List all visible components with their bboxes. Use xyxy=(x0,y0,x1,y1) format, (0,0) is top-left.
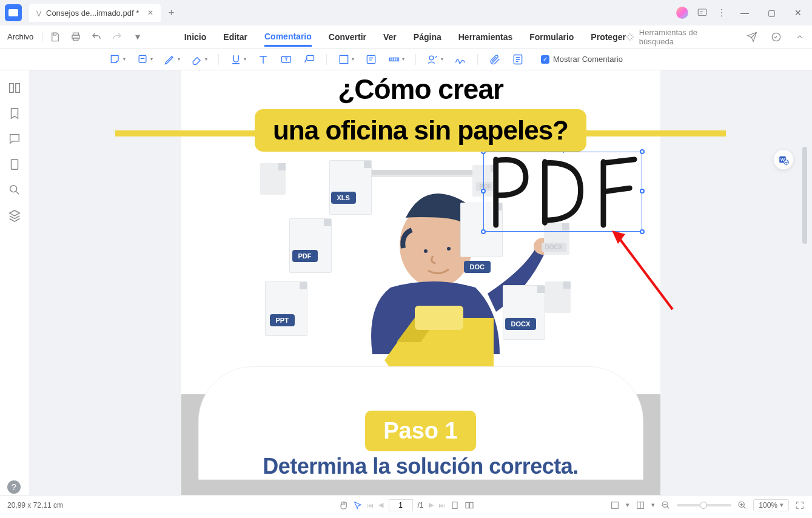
search-icon[interactable] xyxy=(8,183,21,197)
vertical-scrollbar[interactable] xyxy=(802,147,807,244)
fit-page-icon[interactable] xyxy=(610,500,620,510)
tab-ver[interactable]: Ver xyxy=(383,32,397,42)
svg-rect-9 xyxy=(139,55,146,62)
cloud-sync-icon[interactable] xyxy=(771,32,782,42)
help-button[interactable]: ? xyxy=(7,480,21,494)
layers-icon[interactable] xyxy=(8,209,21,222)
select-tool-icon[interactable] xyxy=(352,500,362,510)
comment-list-icon[interactable] xyxy=(8,132,21,146)
hand-tool-icon[interactable] xyxy=(338,500,347,510)
pencil-tool[interactable]: ▾ xyxy=(164,53,180,66)
user-avatar[interactable] xyxy=(676,7,688,19)
badge-doc: DOC xyxy=(464,261,491,273)
convert-to-word-button[interactable]: W xyxy=(773,149,794,170)
close-tab-icon[interactable]: ✕ xyxy=(147,8,153,17)
svg-rect-35 xyxy=(469,502,472,508)
undo-icon[interactable] xyxy=(90,30,103,44)
search-tools-label[interactable]: Herramientas de búsqueda xyxy=(639,28,734,46)
svg-rect-27 xyxy=(415,306,463,330)
tab-herramientas[interactable]: Herramientas xyxy=(458,32,513,42)
read-mode-icon[interactable] xyxy=(636,500,645,510)
tab-comentario[interactable]: Comentario xyxy=(264,32,312,47)
note-tool[interactable]: ▾ xyxy=(109,53,126,66)
svg-rect-36 xyxy=(612,502,619,508)
badge-docx: DOCX xyxy=(505,318,537,330)
redo-icon[interactable] xyxy=(110,30,124,44)
document-canvas[interactable]: ¿Cómo crear una oficina sin papeles? PDF… xyxy=(29,70,812,495)
textbox-tool[interactable] xyxy=(280,53,292,66)
single-page-icon[interactable] xyxy=(450,500,460,510)
more-icon[interactable] xyxy=(716,7,727,18)
fullscreen-icon[interactable] xyxy=(795,500,805,510)
badge-pdf: PDF xyxy=(292,250,318,262)
step-text: Determina la solución correcta. xyxy=(199,454,643,479)
zoom-level[interactable]: 100%▾ xyxy=(753,499,789,511)
highlight-tool[interactable]: ▾ xyxy=(136,53,153,66)
badge-xls: XLS xyxy=(331,192,356,204)
attachment-list-icon[interactable] xyxy=(8,158,21,171)
tab-editar[interactable]: Editar xyxy=(223,32,247,42)
title-ribbon: una oficina sin papeles? xyxy=(255,109,586,152)
underline-tool[interactable]: ▾ xyxy=(230,53,246,66)
svg-line-28 xyxy=(618,237,673,309)
comment-toolbar: ▾ ▾ ▾ ▾ ▾ ▾ ▾ ▾ ✓ Mostrar Comentario xyxy=(0,49,812,70)
svg-line-41 xyxy=(667,506,669,508)
ribbon-tabs: Inicio Editar Comentario Convertir Ver P… xyxy=(184,32,626,42)
svg-rect-34 xyxy=(466,502,469,508)
first-page-icon[interactable]: ⏮ xyxy=(367,502,374,509)
thumbnails-icon[interactable] xyxy=(8,81,21,95)
eraser-tool[interactable]: ▾ xyxy=(191,53,207,66)
prev-page-icon[interactable]: ◀ xyxy=(378,501,383,509)
last-page-icon[interactable]: ⏭ xyxy=(438,502,445,509)
tab-proteger[interactable]: Proteger xyxy=(591,32,626,42)
document-tab[interactable]: ⋁ Consejos de...irmado.pdf * ✕ xyxy=(29,4,161,22)
svg-rect-17 xyxy=(10,84,13,93)
new-tab-button[interactable]: + xyxy=(168,7,175,19)
quick-access-dropdown-icon[interactable]: ▾ xyxy=(131,30,144,44)
cursor-position: 20,99 x 72,11 cm xyxy=(7,501,63,510)
maximize-button[interactable]: ▢ xyxy=(762,4,780,22)
svg-rect-4 xyxy=(53,33,56,35)
minimize-button[interactable]: — xyxy=(736,4,754,22)
tab-formulario[interactable]: Formulario xyxy=(529,32,574,42)
svg-rect-0 xyxy=(698,9,706,16)
tab-pagina[interactable]: Página xyxy=(414,32,441,42)
show-comment-toggle[interactable]: ✓ Mostrar Comentario xyxy=(541,55,623,64)
two-page-icon[interactable] xyxy=(465,500,474,510)
attachment-tool[interactable] xyxy=(489,53,501,66)
resize-handle-tr[interactable] xyxy=(640,149,645,154)
zoom-in-icon[interactable] xyxy=(737,500,747,510)
svg-rect-12 xyxy=(340,55,347,63)
svg-rect-18 xyxy=(16,84,19,93)
print-icon[interactable] xyxy=(69,30,82,44)
save-icon[interactable] xyxy=(49,30,62,44)
page-number-input[interactable] xyxy=(388,499,412,511)
badge-ppt: PPT xyxy=(270,314,295,326)
tab-convertir[interactable]: Convertir xyxy=(329,32,366,42)
comment-panel-tool[interactable] xyxy=(512,53,524,66)
zoom-out-icon[interactable] xyxy=(661,500,671,510)
callout-tool[interactable] xyxy=(303,53,315,66)
draw-sig-tool[interactable] xyxy=(454,53,466,66)
text-tool[interactable] xyxy=(257,53,269,66)
signature-tool[interactable]: ▾ xyxy=(427,53,443,66)
bookmark-icon[interactable] xyxy=(8,107,21,120)
svg-point-1 xyxy=(721,9,722,10)
next-page-icon[interactable]: ▶ xyxy=(429,501,434,509)
zoom-slider[interactable] xyxy=(677,504,731,506)
collapse-ribbon-icon[interactable] xyxy=(795,32,805,42)
close-window-button[interactable]: ✕ xyxy=(789,4,807,22)
resize-handle-mr[interactable] xyxy=(640,189,645,193)
handwriting-annotation xyxy=(485,153,640,231)
annotation-selection[interactable] xyxy=(483,152,642,232)
stamp-tool[interactable] xyxy=(365,53,377,66)
send-icon[interactable] xyxy=(747,32,757,42)
svg-point-20 xyxy=(10,186,17,192)
measure-tool[interactable]: ▾ xyxy=(388,53,404,66)
file-menu[interactable]: Archivo xyxy=(7,32,33,41)
dropdown-icon: ⋁ xyxy=(36,10,41,16)
tab-inicio[interactable]: Inicio xyxy=(184,32,207,42)
notes-icon[interactable] xyxy=(697,7,708,18)
svg-point-3 xyxy=(721,15,722,16)
shape-tool[interactable]: ▾ xyxy=(338,53,354,66)
